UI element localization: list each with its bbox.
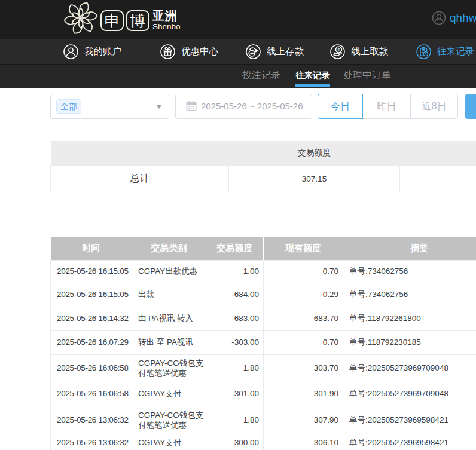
svg-text:$: $ <box>338 48 340 52</box>
